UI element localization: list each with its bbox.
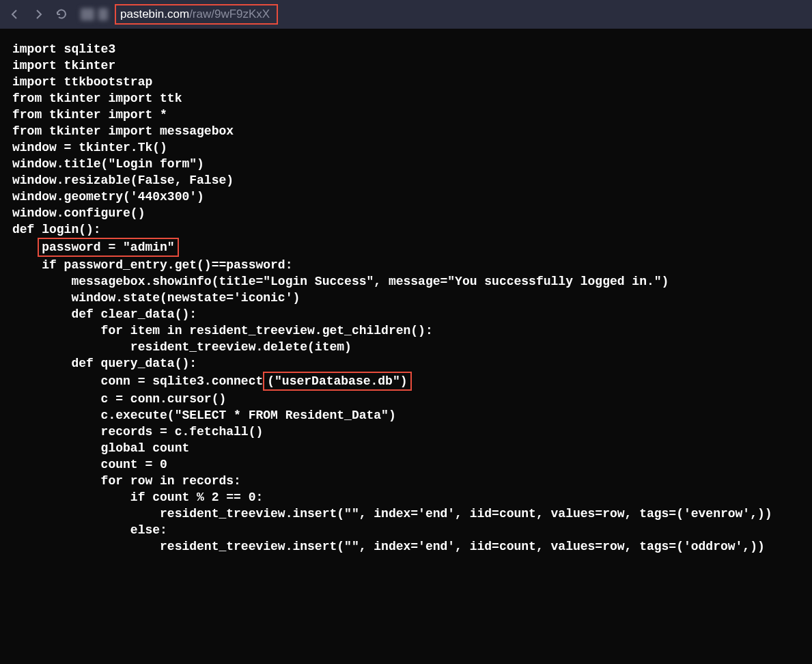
code-line: resident_treeview.delete(item)	[12, 339, 800, 355]
code-line: records = c.fetchall()	[12, 424, 800, 440]
code-line: def query_data():	[12, 355, 800, 372]
code-line: window = tkinter.Tk()	[12, 139, 800, 156]
code-line: import tkinter	[12, 57, 800, 74]
reload-button[interactable]	[55, 8, 68, 21]
code-line: else:	[12, 522, 800, 538]
security-icons	[81, 8, 108, 20]
code-line: def clear_data():	[12, 306, 800, 322]
url-bar[interactable]: pastebin.com/raw/9wF9zKxX	[120, 8, 270, 21]
code-content: import sqlite3 import tkinter import ttk…	[0, 29, 812, 567]
code-line: conn = sqlite3.connect("userDatabase.db"…	[12, 372, 800, 391]
code-line: for item in resident_treeview.get_childr…	[12, 322, 800, 339]
code-line: def login():	[12, 221, 800, 238]
code-line: import sqlite3	[12, 41, 800, 57]
code-line: if count % 2 == 0:	[12, 489, 800, 506]
code-line: c.execute("SELECT * FROM Resident_Data")	[12, 407, 800, 424]
code-line: window.geometry('440x300')	[12, 189, 800, 205]
code-line: for row in records:	[12, 473, 800, 489]
code-line: window.state(newstate='iconic')	[12, 290, 800, 306]
code-line: resident_treeview.insert("", index='end'…	[12, 506, 800, 522]
url-host: pastebin.com	[120, 8, 189, 20]
code-line: from tkinter import *	[12, 107, 800, 123]
code-line: if password_entry.get()==password:	[12, 257, 800, 273]
code-line: c = conn.cursor()	[12, 391, 800, 407]
code-line: from tkinter import ttk	[12, 90, 800, 107]
password-highlight: password = "admin"	[38, 238, 178, 257]
code-line: count = 0	[12, 456, 800, 473]
forward-button[interactable]	[31, 8, 45, 21]
code-line: window.configure()	[12, 205, 800, 221]
code-line: password = "admin"	[12, 238, 800, 257]
url-path: /raw/9wF9zKxX	[189, 8, 270, 20]
back-button[interactable]	[8, 8, 22, 21]
code-line: import ttkbootstrap	[12, 74, 800, 90]
code-line: from tkinter import messagebox	[12, 123, 800, 139]
code-line: resident_treeview.insert("", index='end'…	[12, 538, 800, 555]
url-highlight-box: pastebin.com/raw/9wF9zKxX	[115, 4, 278, 25]
code-line: global count	[12, 440, 800, 456]
browser-toolbar: pastebin.com/raw/9wF9zKxX	[0, 0, 812, 29]
database-highlight: ("userDatabase.db")	[263, 372, 411, 391]
code-line: messagebox.showinfo(title="Login Success…	[12, 273, 800, 290]
code-line: window.title("Login form")	[12, 156, 800, 172]
code-line: window.resizable(False, False)	[12, 172, 800, 189]
